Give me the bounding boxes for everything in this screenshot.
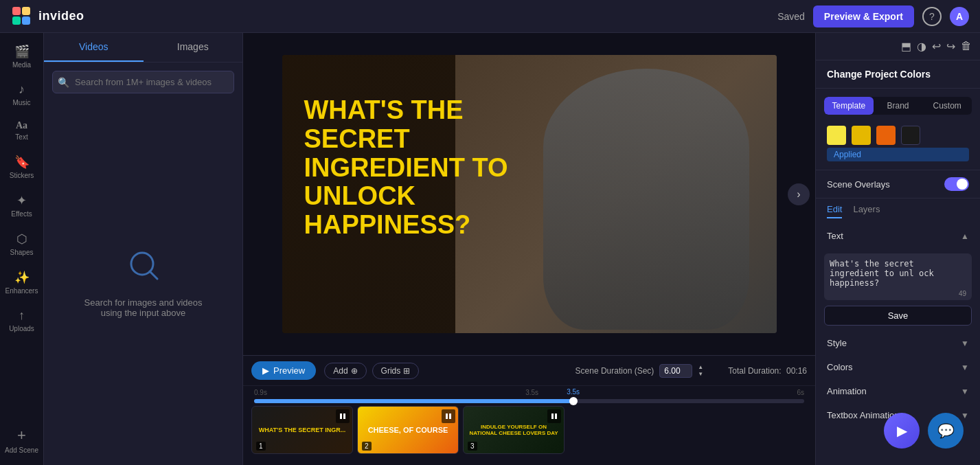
canvas-area: What's the secret ingredient to unlock h… — [243, 33, 815, 465]
swatch-3[interactable] — [876, 126, 896, 145]
sidebar-item-add-scene[interactable]: + Add Scene — [0, 421, 43, 460]
sidebar-item-music[interactable]: ♪ Music — [0, 77, 43, 112]
sidebar-item-shapes[interactable]: ⬡ Shapes — [0, 226, 43, 262]
chat-floating-button[interactable]: 💬 — [928, 413, 964, 449]
style-section-header[interactable]: Style ▼ — [816, 331, 980, 355]
applied-badge: Applied — [827, 148, 969, 161]
scene-strip-2[interactable]: CHEESE, OF COURSE 2 — [357, 406, 459, 454]
media-panel: Videos Images 🔍 Search for images and vi… — [44, 33, 243, 465]
canvas-text-overlay: What's the secret ingredient to unlock h… — [304, 96, 538, 240]
scene-overlays-toggle[interactable] — [944, 177, 969, 191]
scene-duration-input[interactable] — [659, 364, 692, 378]
swatch-4[interactable] — [901, 126, 920, 145]
sidebar-item-effects[interactable]: ✦ Effects — [0, 188, 43, 223]
sidebar-item-uploads[interactable]: ↑ Uploads — [0, 303, 43, 338]
color-tab-brand[interactable]: Brand — [874, 97, 923, 115]
sidebar-item-label: Add Scene — [5, 446, 38, 454]
redo-icon[interactable]: ↪ — [946, 40, 955, 53]
scene-strip-3[interactable]: INDULGE YOURSELF ON NATIONAL CHEESE LOVE… — [463, 406, 565, 454]
svg-rect-7 — [340, 413, 342, 419]
sidebar-item-enhancers[interactable]: ✨ Enhancers — [0, 264, 43, 300]
search-icon: 🔍 — [58, 77, 69, 88]
canvas-wrapper: What's the secret ingredient to unlock h… — [243, 33, 815, 355]
scene-toggle-1[interactable] — [336, 409, 350, 423]
sidebar-item-text[interactable]: Aa Text — [0, 115, 43, 146]
toggle-knob — [957, 179, 968, 190]
sidebar-item-label: Uploads — [9, 325, 34, 332]
preview-export-button[interactable]: Preview & Export — [813, 5, 914, 27]
layers-icon[interactable]: ⬒ — [901, 40, 911, 53]
style-section-label: Style — [827, 338, 847, 348]
animation-section-label: Animation — [827, 386, 867, 396]
logo-icon — [11, 5, 33, 27]
color-swatches — [816, 120, 980, 148]
search-empty-icon — [127, 249, 160, 289]
scene-overlays-label: Scene Overlays — [827, 179, 890, 190]
delete-icon[interactable]: 🗑 — [961, 40, 972, 53]
palette-icon[interactable]: ◑ — [917, 40, 926, 53]
add-scene-icon: + — [17, 427, 26, 444]
scene-overlays-section[interactable]: Scene Overlays — [816, 170, 980, 198]
floating-buttons: ▶ 💬 — [884, 413, 964, 449]
sidebar-item-stickers[interactable]: 🔖 Stickers — [0, 149, 43, 185]
scene-strip-1[interactable]: WHAT'S THE SECRET INGR... 1 — [251, 406, 353, 454]
char-count: 49 — [959, 290, 966, 297]
scene-number-3: 3 — [468, 442, 477, 451]
effects-icon: ✦ — [16, 193, 27, 208]
svg-rect-9 — [446, 413, 448, 419]
avatar-button[interactable]: A — [950, 7, 969, 26]
scene-toggle-3[interactable] — [547, 409, 561, 423]
scene-toggle-2[interactable] — [442, 409, 455, 423]
preview-button[interactable]: ▶ Preview — [251, 361, 316, 380]
grids-chip[interactable]: Grids ⊞ — [372, 363, 420, 379]
duration-stepper[interactable]: ▲ ▼ — [698, 364, 703, 377]
person-silhouette — [543, 69, 749, 330]
sidebar: 🎬 Media ♪ Music Aa Text 🔖 Stickers ✦ Eff… — [0, 33, 44, 465]
topbar: invideo Saved Preview & Export ? A — [0, 0, 980, 33]
tab-videos[interactable]: Videos — [44, 33, 144, 62]
colors-chevron-icon: ▼ — [961, 363, 969, 372]
progress-bar[interactable]: 3.5s — [254, 399, 804, 403]
enhancers-icon: ✨ — [14, 270, 30, 285]
sidebar-item-media[interactable]: 🎬 Media — [0, 38, 43, 74]
search-input[interactable] — [52, 71, 234, 93]
swatch-1[interactable] — [827, 126, 846, 145]
text-section-header[interactable]: Text ▲ — [816, 224, 980, 248]
color-tab-template[interactable]: Template — [824, 97, 874, 115]
svg-line-6 — [150, 271, 157, 279]
save-button[interactable]: Save — [824, 306, 972, 326]
chat-floating-icon: 💬 — [937, 422, 955, 439]
search-bar: 🔍 — [52, 71, 234, 93]
uploads-icon: ↑ — [19, 308, 25, 323]
sidebar-item-label: Enhancers — [5, 287, 38, 295]
colors-section-label: Colors — [827, 362, 853, 372]
color-tab-custom[interactable]: Custom — [922, 97, 972, 115]
tab-images[interactable]: Images — [144, 33, 243, 62]
sidebar-item-label: Text — [15, 133, 27, 141]
colors-section-header[interactable]: Colors ▼ — [816, 355, 980, 379]
svg-rect-12 — [555, 413, 557, 419]
add-chip[interactable]: Add ⊕ — [324, 363, 366, 379]
progress-thumb[interactable] — [569, 397, 578, 405]
logo-text: invideo — [38, 9, 84, 23]
undo-icon[interactable]: ↩ — [932, 40, 941, 53]
svg-rect-11 — [551, 413, 554, 419]
tab-layers[interactable]: Layers — [853, 204, 880, 218]
tab-edit[interactable]: Edit — [827, 204, 842, 218]
svg-rect-10 — [449, 413, 451, 419]
help-button[interactable]: ? — [922, 7, 942, 26]
svg-rect-1 — [12, 7, 21, 15]
text-editor: What's the secret ingredient to unl ock … — [824, 253, 972, 300]
swatch-2[interactable] — [852, 126, 871, 145]
search-empty-text: Search for images and videosusing the in… — [84, 297, 203, 318]
panel-toggle-chevron[interactable]: › — [788, 183, 810, 205]
play-icon: ▶ — [262, 365, 269, 376]
shapes-icon: ⬡ — [16, 231, 27, 247]
music-icon: ♪ — [19, 82, 25, 97]
sidebar-item-label: Shapes — [10, 249, 34, 256]
play-floating-button[interactable]: ▶ — [884, 413, 920, 449]
progress-fill — [254, 399, 573, 403]
animation-section-header[interactable]: Animation ▼ — [816, 379, 980, 403]
text-editor-input[interactable]: What's the secret ingredient to unl ock … — [830, 259, 966, 292]
text-chevron-icon: ▲ — [961, 231, 969, 241]
